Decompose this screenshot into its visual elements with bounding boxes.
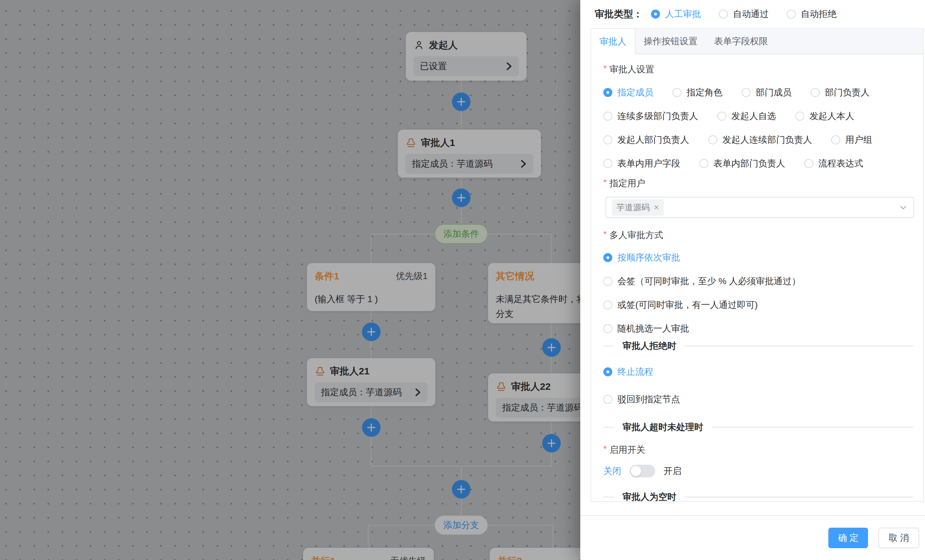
radio-label: 终止流程 — [618, 366, 653, 378]
radio-option[interactable]: 随机挑选一人审批 — [603, 322, 913, 335]
timeout-switch-row: 关闭 开启 — [603, 465, 913, 477]
radio-label: 用户组 — [845, 134, 872, 146]
radio-label: 按顺序依次审批 — [618, 251, 680, 264]
radio-icon — [741, 88, 750, 97]
radio-option[interactable]: 指定成员 — [603, 86, 653, 99]
radio-label: 连续多级部门负责人 — [618, 110, 698, 122]
radio-icon — [672, 88, 681, 97]
radio-icon — [719, 10, 728, 18]
multi-mode-radio-group: 按顺序依次审批会签（可同时审批，至少 % 人必须审批通过）或签(可同时审批，有一… — [603, 251, 913, 335]
radio-label: 流程表达式 — [818, 157, 863, 170]
radio-option[interactable]: 指定角色 — [672, 86, 722, 99]
radio-option[interactable]: 终止流程 — [603, 366, 913, 378]
tab-审批人[interactable]: 审批人 — [591, 29, 635, 54]
radio-option[interactable]: 或签(可同时审批，有一人通过即可) — [603, 299, 913, 311]
selected-user-name: 芋道源码 — [616, 202, 650, 213]
radio-row: 表单内用户字段表单内部门负责人流程表达式 — [603, 157, 913, 170]
radio-label: 或签(可同时审批，有一人通过即可) — [618, 299, 758, 311]
radio-option[interactable]: 表单内用户字段 — [603, 157, 680, 170]
reject-section-divider: 审批人拒绝时 — [603, 340, 913, 352]
radio-option[interactable]: 发起人自选 — [717, 110, 776, 122]
required-asterisk: * — [603, 177, 607, 190]
reject-section-title: 审批人拒绝时 — [622, 340, 676, 352]
radio-selected-icon — [603, 253, 612, 262]
radio-option[interactable]: 驳回到指定节点 — [603, 393, 913, 405]
tag-close-icon[interactable] — [654, 205, 659, 210]
confirm-button[interactable]: 确 定 — [829, 528, 868, 548]
switch-on-label: 开启 — [663, 465, 681, 477]
radio-label: 自动拒绝 — [801, 8, 837, 20]
radio-option[interactable]: 自动通过 — [719, 8, 769, 20]
approval-type-row: 审批类型： 人工审批自动通过自动拒绝 — [595, 0, 837, 28]
radio-icon — [787, 10, 796, 18]
radio-icon — [811, 88, 820, 97]
drawer-footer: 确 定 取 消 — [580, 515, 925, 560]
radio-icon — [804, 159, 813, 168]
empty-section-title: 审批人为空时 — [622, 491, 676, 502]
radio-option[interactable]: 流程表达式 — [804, 157, 863, 170]
radio-option[interactable]: 人工审批 — [651, 8, 701, 20]
radio-icon — [603, 159, 612, 168]
radio-selected-icon — [603, 88, 612, 97]
required-asterisk: * — [603, 444, 607, 456]
multi-mode-label: * 多人审批方式 — [603, 229, 913, 241]
cancel-button[interactable]: 取 消 — [878, 528, 919, 548]
radio-option[interactable]: 按顺序依次审批 — [603, 251, 913, 264]
timeout-section-divider: 审批人超时未处理时 — [603, 421, 913, 433]
radio-icon — [603, 135, 612, 145]
radio-label: 表单内部门负责人 — [713, 157, 785, 170]
approver-setting-label: * 审批人设置 — [603, 63, 913, 75]
radio-label: 部门负责人 — [825, 86, 870, 99]
radio-option[interactable]: 用户组 — [831, 134, 872, 146]
radio-icon — [603, 395, 612, 404]
radio-label: 发起人自选 — [731, 110, 776, 122]
radio-label: 发起人部门负责人 — [618, 134, 689, 146]
approver-setting-radio-rows: 指定成员指定角色部门成员部门负责人连续多级部门负责人发起人自选发起人本人发起人部… — [603, 86, 913, 170]
switch-off-label: 关闭 — [603, 465, 621, 477]
assign-user-label: * 指定用户 — [603, 177, 913, 190]
tab-bar: 审批人操作按钮设置表单字段权限 — [591, 29, 923, 54]
radio-label: 指定成员 — [618, 86, 653, 99]
radio-icon — [717, 112, 726, 120]
required-asterisk: * — [603, 63, 607, 75]
radio-row: 发起人部门负责人发起人连续部门负责人用户组 — [603, 134, 913, 146]
radio-option[interactable]: 表单内部门负责人 — [699, 157, 785, 170]
radio-icon — [708, 135, 717, 145]
radio-label: 发起人本人 — [809, 110, 854, 122]
radio-row: 指定成员指定角色部门成员部门负责人 — [603, 86, 913, 99]
radio-option[interactable]: 发起人部门负责人 — [603, 134, 689, 146]
radio-icon — [831, 135, 840, 145]
radio-option[interactable]: 部门负责人 — [811, 86, 870, 99]
radio-row: 连续多级部门负责人发起人自选发起人本人 — [603, 110, 913, 122]
radio-option[interactable]: 自动拒绝 — [787, 8, 837, 20]
timeout-toggle[interactable] — [630, 465, 655, 477]
required-asterisk: * — [603, 229, 607, 241]
radio-option[interactable]: 发起人连续部门负责人 — [708, 134, 812, 146]
radio-label: 表单内用户字段 — [618, 157, 680, 170]
radio-icon — [795, 112, 804, 120]
approval-type-label: 审批类型： — [595, 8, 643, 21]
tab-表单字段权限[interactable]: 表单字段权限 — [706, 29, 776, 54]
enable-switch-label: * 启用开关 — [603, 444, 913, 456]
radio-label: 随机挑选一人审批 — [618, 322, 689, 335]
selected-user-tag: 芋道源码 — [612, 199, 664, 216]
radio-option[interactable]: 会签（可同时审批，至少 % 人必须审批通过） — [603, 275, 913, 288]
assign-user-select[interactable]: 芋道源码 — [606, 197, 914, 218]
radio-option[interactable]: 连续多级部门负责人 — [603, 110, 698, 122]
approval-settings-drawer: 审批类型： 人工审批自动通过自动拒绝 审批人操作按钮设置表单字段权限 * 审批人… — [580, 0, 925, 560]
radio-option[interactable]: 部门成员 — [741, 86, 791, 99]
radio-icon — [603, 277, 612, 286]
radio-label: 自动通过 — [733, 8, 769, 20]
reject-radio-group: 终止流程驳回到指定节点 — [603, 366, 913, 405]
radio-icon — [603, 324, 612, 333]
approval-type-radio-group: 人工审批自动通过自动拒绝 — [651, 8, 837, 20]
radio-label: 驳回到指定节点 — [618, 393, 680, 405]
radio-icon — [603, 301, 612, 309]
radio-label: 发起人连续部门负责人 — [722, 134, 812, 146]
radio-selected-icon — [603, 367, 612, 376]
chevron-down-icon — [899, 203, 908, 212]
radio-label: 指定角色 — [687, 86, 722, 99]
tab-操作按钮设置[interactable]: 操作按钮设置 — [635, 29, 706, 54]
radio-label: 会签（可同时审批，至少 % 人必须审批通过） — [618, 275, 800, 288]
radio-option[interactable]: 发起人本人 — [795, 110, 854, 122]
